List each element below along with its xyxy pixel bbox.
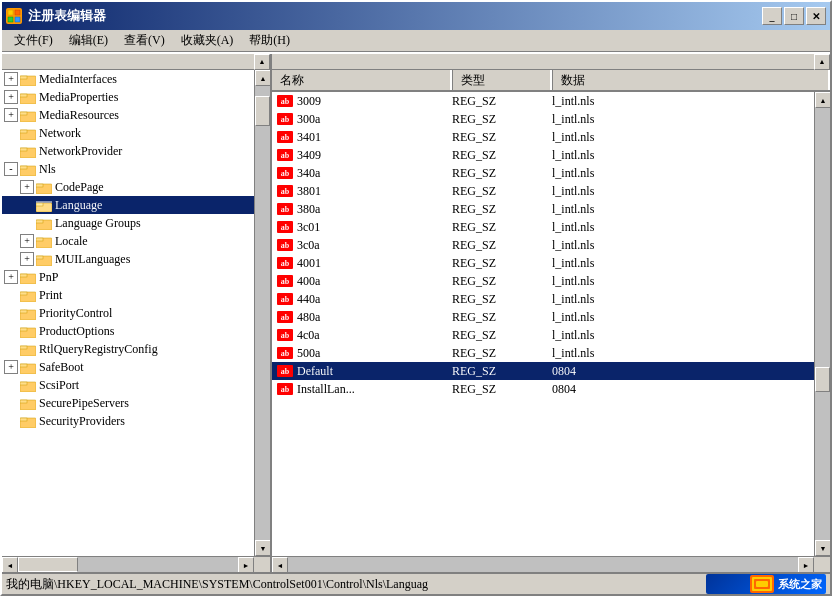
- col-header-type[interactable]: 类型: [452, 70, 552, 90]
- col-header-name[interactable]: 名称: [272, 70, 452, 90]
- tree-item-mediaresources[interactable]: + MediaResources: [2, 106, 254, 124]
- reg-icon: ab: [276, 237, 294, 253]
- table-row[interactable]: ab 3c01 REG_SZ l_intl.nls: [272, 218, 814, 236]
- reg-type: REG_SZ: [452, 148, 552, 163]
- minimize-button[interactable]: _: [762, 7, 782, 25]
- tree-item-print[interactable]: Print: [2, 286, 254, 304]
- table-row[interactable]: ab InstallLan... REG_SZ 0804: [272, 380, 814, 398]
- menu-file[interactable]: 文件(F): [6, 30, 61, 51]
- reg-icon: ab: [276, 201, 294, 217]
- tree-scroll-up-btn[interactable]: [255, 70, 270, 86]
- expand-icon[interactable]: +: [4, 360, 18, 374]
- table-row[interactable]: ab 3401 REG_SZ l_intl.nls: [272, 128, 814, 146]
- tree-item-networkprovider[interactable]: NetworkProvider: [2, 142, 254, 160]
- reg-scroll-up-button[interactable]: [814, 54, 830, 70]
- tree-hscroll-track[interactable]: [18, 557, 238, 572]
- tree-item-network[interactable]: Network: [2, 124, 254, 142]
- table-row[interactable]: ab 340a REG_SZ l_intl.nls: [272, 164, 814, 182]
- folder-icon: [20, 108, 36, 122]
- table-row[interactable]: ab 440a REG_SZ l_intl.nls: [272, 290, 814, 308]
- reg-hscroll-track[interactable]: [288, 557, 798, 572]
- menu-edit[interactable]: 编辑(E): [61, 30, 116, 51]
- tree-scroll-down-btn[interactable]: [255, 540, 270, 556]
- tree-item-locale[interactable]: + Locale: [2, 232, 254, 250]
- tree-item-prioritycontrol[interactable]: PriorityControl: [2, 304, 254, 322]
- table-row[interactable]: ab Default REG_SZ 0804: [272, 362, 814, 380]
- table-row[interactable]: ab 500a REG_SZ l_intl.nls: [272, 344, 814, 362]
- tree-label: Language: [55, 198, 102, 213]
- tree-item-scsiport[interactable]: ScsiPort: [2, 376, 254, 394]
- menu-favorites[interactable]: 收藏夹(A): [173, 30, 242, 51]
- tree-item-securityproviders[interactable]: SecurityProviders: [2, 412, 254, 430]
- reg-icon: ab: [276, 147, 294, 163]
- reg-scroll-down-btn[interactable]: [815, 540, 830, 556]
- table-row[interactable]: ab 400a REG_SZ l_intl.nls: [272, 272, 814, 290]
- svg-rect-7: [20, 94, 27, 97]
- expand-icon[interactable]: +: [4, 90, 18, 104]
- table-row[interactable]: ab 380a REG_SZ l_intl.nls: [272, 200, 814, 218]
- tree-item-codepage[interactable]: + CodePage: [2, 178, 254, 196]
- reg-type: REG_SZ: [452, 130, 552, 145]
- ab-icon: ab: [277, 185, 293, 197]
- tree-scroll-left-btn[interactable]: [2, 557, 18, 572]
- table-row[interactable]: ab 3009 REG_SZ l_intl.nls: [272, 92, 814, 110]
- tree-scroll-up-button[interactable]: [254, 54, 270, 70]
- folder-icon: [20, 270, 36, 284]
- svg-rect-1: [15, 10, 20, 15]
- tree-label: SafeBoot: [39, 360, 84, 375]
- tree-hscroll-thumb[interactable]: [18, 557, 78, 572]
- scroll-left-arrow-icon: [277, 561, 284, 570]
- menu-help[interactable]: 帮助(H): [241, 30, 298, 51]
- col-header-data[interactable]: 数据: [552, 70, 830, 90]
- expand-icon[interactable]: +: [20, 180, 34, 194]
- reg-scroll-up-btn[interactable]: [815, 92, 830, 108]
- tree-item-safeboot[interactable]: + SafeBoot: [2, 358, 254, 376]
- reg-name: 3409: [297, 148, 452, 163]
- reg-scroll-left-btn[interactable]: [272, 557, 288, 572]
- table-row[interactable]: ab 3801 REG_SZ l_intl.nls: [272, 182, 814, 200]
- tree-label: SecurePipeServers: [39, 396, 129, 411]
- table-row[interactable]: ab 3c0a REG_SZ l_intl.nls: [272, 236, 814, 254]
- reg-scroll-thumb[interactable]: [815, 367, 830, 392]
- table-row[interactable]: ab 480a REG_SZ l_intl.nls: [272, 308, 814, 326]
- tree-item-rtlquery[interactable]: RtlQueryRegistryConfig: [2, 340, 254, 358]
- tree-label: PriorityControl: [39, 306, 112, 321]
- tree-scroll-right-btn[interactable]: [238, 557, 254, 572]
- tree-item-language[interactable]: Language: [2, 196, 254, 214]
- tree-item-mediaproperties[interactable]: + MediaProperties: [2, 88, 254, 106]
- restore-button[interactable]: □: [784, 7, 804, 25]
- folder-icon: [20, 126, 36, 140]
- menubar: 文件(F) 编辑(E) 查看(V) 收藏夹(A) 帮助(H): [2, 30, 830, 52]
- tree-item-mediainterfaces[interactable]: + MediaInterfaces: [2, 70, 254, 88]
- tree-item-pnp[interactable]: + PnP: [2, 268, 254, 286]
- logo-text: 系统之家: [778, 577, 822, 592]
- tree-item-securepipeservers[interactable]: SecurePipeServers: [2, 394, 254, 412]
- tree-scroll-track[interactable]: [255, 86, 270, 540]
- ab-icon: ab: [277, 365, 293, 377]
- table-row[interactable]: ab 4c0a REG_SZ l_intl.nls: [272, 326, 814, 344]
- expand-icon[interactable]: +: [4, 270, 18, 284]
- tree-item-nls[interactable]: - Nls: [2, 160, 254, 178]
- table-row[interactable]: ab 4001 REG_SZ l_intl.nls: [272, 254, 814, 272]
- tree-scroll-thumb[interactable]: [255, 96, 270, 126]
- table-row[interactable]: ab 300a REG_SZ l_intl.nls: [272, 110, 814, 128]
- scroll-right-arrow-icon: [243, 561, 250, 570]
- menu-view[interactable]: 查看(V): [116, 30, 173, 51]
- ab-icon: ab: [277, 167, 293, 179]
- reg-icon: ab: [276, 327, 294, 343]
- tree-item-productoptions[interactable]: ProductOptions: [2, 322, 254, 340]
- reg-data: l_intl.nls: [552, 238, 814, 253]
- tree-item-languagegroups[interactable]: Language Groups: [2, 214, 254, 232]
- close-button[interactable]: ✕: [806, 7, 826, 25]
- reg-type: REG_SZ: [452, 112, 552, 127]
- expand-icon[interactable]: +: [20, 252, 34, 266]
- expand-icon[interactable]: +: [20, 234, 34, 248]
- reg-type: REG_SZ: [452, 310, 552, 325]
- expand-icon[interactable]: -: [4, 162, 18, 176]
- reg-scroll-track[interactable]: [815, 108, 830, 540]
- expand-icon[interactable]: +: [4, 72, 18, 86]
- table-row[interactable]: ab 3409 REG_SZ l_intl.nls: [272, 146, 814, 164]
- reg-scroll-right-btn[interactable]: [798, 557, 814, 572]
- expand-icon[interactable]: +: [4, 108, 18, 122]
- tree-item-muilanguages[interactable]: + MUILanguages: [2, 250, 254, 268]
